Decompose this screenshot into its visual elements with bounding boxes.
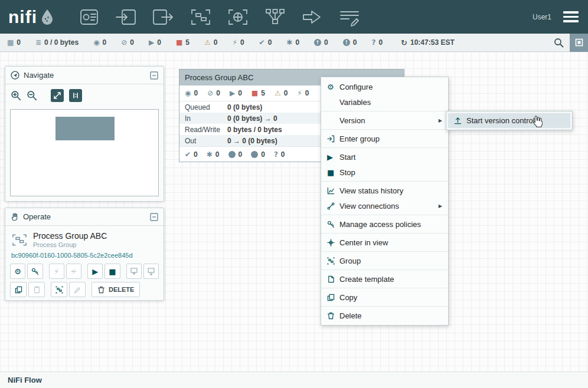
menu-item-label: Start: [339, 153, 355, 162]
submenu-caret-icon: ▶: [439, 203, 442, 209]
running-count: 0: [238, 89, 242, 97]
navigate-header: Navigate: [5, 67, 164, 84]
start-button[interactable]: ▶: [87, 264, 103, 279]
navigate-icon: [11, 71, 19, 80]
badge-sync-failure: ? 0: [274, 150, 285, 159]
running-icon: ▶: [149, 38, 154, 47]
enter-group-icon: [327, 135, 339, 143]
access-policies-button[interactable]: [27, 264, 43, 279]
menu-item-label: Start version control: [466, 116, 535, 125]
menu-item-configure[interactable]: ⚙ Configure: [321, 79, 448, 94]
locally-modified-and-stale-icon: !: [251, 151, 258, 158]
menu-item-label: View status history: [339, 186, 403, 195]
menu-divider: [321, 288, 448, 288]
menu-item-copy[interactable]: Copy: [321, 290, 448, 305]
menu-item-start[interactable]: ▶ Start: [321, 149, 448, 165]
delete-button[interactable]: DELETE: [92, 282, 140, 297]
menu-item-view-status-history[interactable]: View status history: [321, 183, 448, 198]
locally-modified-and-stale-icon: !: [343, 39, 350, 46]
refresh-button[interactable]: ↻ 10:47:53 EST: [401, 38, 455, 47]
process-group-tool[interactable]: [189, 7, 213, 27]
component-id: bc90960f-0160-1000-5805-5c2e2cee845d: [5, 249, 164, 264]
stop-button[interactable]: ■: [104, 264, 120, 279]
create-template-button[interactable]: [143, 264, 159, 279]
operate-hand-icon: [11, 212, 19, 221]
gear-icon: ⚙: [327, 83, 339, 91]
input-port-tool[interactable]: [115, 7, 138, 27]
copy-icon: [15, 286, 22, 294]
template-icon: [327, 275, 339, 283]
zoom-actual-size-button[interactable]: [69, 89, 82, 102]
stat-label: Out: [185, 137, 227, 145]
menu-item-manage-access-policies[interactable]: Manage access policies: [321, 216, 448, 232]
bulletin-panel-toggle[interactable]: [570, 34, 588, 52]
search-button[interactable]: [548, 38, 570, 48]
not-transmitting-count: 0: [130, 38, 134, 47]
label-tool[interactable]: [338, 7, 361, 27]
remote-process-group-icon: [227, 8, 249, 27]
status-transmitting: ◉ 0: [93, 38, 106, 47]
menu-item-center-in-view[interactable]: Center in view: [321, 235, 448, 250]
selected-component: Process Group ABC Process Group: [5, 226, 164, 249]
menu-item-group[interactable]: Group: [321, 253, 448, 268]
menu-item-delete[interactable]: Delete: [321, 308, 448, 323]
birdseye-minimap[interactable]: [10, 109, 159, 196]
stat-label: Queued: [185, 103, 227, 111]
upload-template-button[interactable]: [126, 264, 142, 279]
menu-item-version[interactable]: Version ▶: [321, 113, 448, 128]
current-user-label: User1: [533, 13, 551, 21]
flow-canvas[interactable]: Navigate: [0, 52, 588, 371]
stopped-count: 5: [261, 89, 265, 97]
group-button[interactable]: [51, 282, 67, 297]
zoom-in-button[interactable]: [11, 90, 21, 101]
group-icon: [327, 257, 339, 265]
status-invalid: ⚠ 0: [204, 38, 217, 47]
key-icon: [31, 268, 39, 275]
up-to-date-icon: ✔: [259, 38, 265, 47]
processor-tool[interactable]: [77, 7, 101, 27]
up-to-date-count: 0: [268, 38, 272, 47]
navigate-palette: Navigate: [5, 66, 164, 202]
component-type: Process Group: [33, 241, 107, 248]
menu-item-start-version-control[interactable]: Start version control: [448, 113, 570, 128]
menu-divider: [321, 111, 448, 111]
zoom-in-icon: [11, 90, 21, 101]
key-icon: [327, 221, 339, 228]
version-submenu: Start version control: [446, 111, 573, 130]
menu-item-label: Version: [339, 116, 365, 125]
create-template-icon: [147, 267, 155, 275]
global-menu-button[interactable]: [561, 6, 581, 27]
transmitting-count: 0: [194, 89, 198, 97]
template-tool[interactable]: [300, 7, 324, 27]
menu-item-variables[interactable]: Variables: [321, 94, 448, 110]
menu-item-enter-group[interactable]: Enter group: [321, 131, 448, 146]
fill-color-button[interactable]: [69, 282, 86, 297]
navigate-collapse-button[interactable]: [150, 71, 158, 80]
menu-item-label: Center in view: [339, 238, 388, 247]
enable-button[interactable]: ⚡: [49, 264, 64, 279]
menu-item-create-template[interactable]: Create template: [321, 271, 448, 287]
paste-button[interactable]: [28, 282, 45, 297]
statusbar-right: [548, 34, 588, 51]
output-port-tool[interactable]: [152, 7, 175, 27]
funnel-tool[interactable]: [263, 7, 287, 27]
zoom-out-button[interactable]: [27, 90, 37, 101]
brush-icon: [74, 286, 81, 294]
operate-collapse-button[interactable]: [150, 213, 158, 221]
zoom-fit-button[interactable]: [51, 89, 64, 102]
paste-icon: [33, 286, 41, 294]
process-group-title: Process Group ABC: [185, 73, 253, 82]
menu-item-stop[interactable]: ■ Stop: [321, 165, 448, 180]
configure-button[interactable]: ⚙: [10, 264, 25, 279]
stat-value: 0 bytes / 0 bytes: [227, 126, 282, 134]
operate-palette: Operate Process Group ABC Process Group …: [5, 208, 164, 301]
menu-item-view-connections[interactable]: View connections ▶: [321, 198, 448, 213]
disable-button[interactable]: ⚡: [66, 264, 81, 279]
remote-process-group-tool[interactable]: [226, 7, 250, 27]
copy-button[interactable]: [10, 282, 27, 297]
disabled-count: 0: [240, 38, 244, 47]
breadcrumb-root[interactable]: NiFi Flow: [8, 376, 42, 384]
menu-divider: [321, 129, 448, 130]
badge-locally-modified-and-stale: ! 0: [251, 150, 265, 159]
copy-icon: [327, 294, 339, 301]
